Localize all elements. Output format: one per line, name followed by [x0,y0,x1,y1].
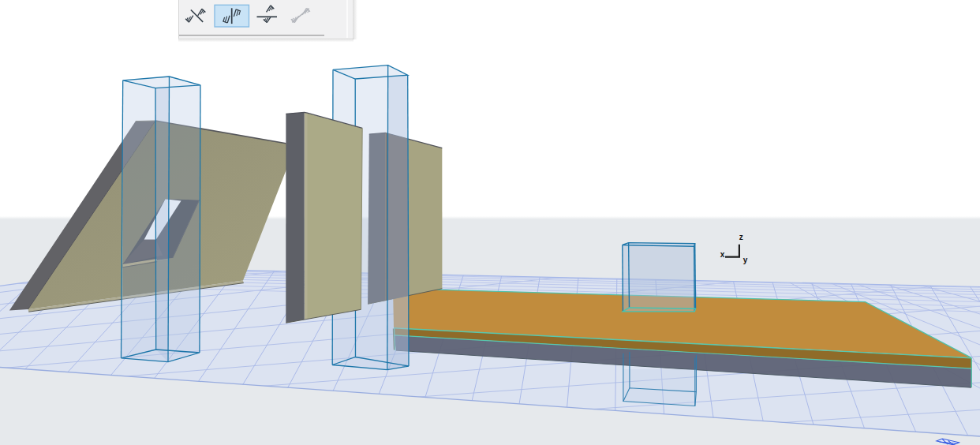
svg-text:y: y [743,256,748,264]
svg-text:z: z [739,233,743,241]
svg-text:x: x [720,250,725,259]
